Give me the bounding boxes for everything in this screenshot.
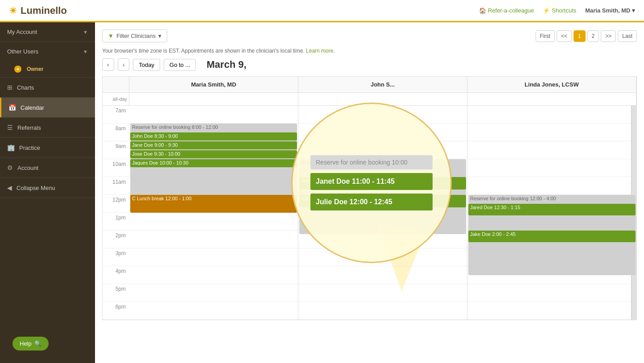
calendar-body: 7am 8am 9am 10am 11am 12pm 1pm 2pm 3pm 4… <box>103 106 636 320</box>
sidebar: My Account ▼ Other Users ▼ ★ Owner ⊞ Cha <box>0 22 95 363</box>
refer-link[interactable]: 🏠 Refer-a-colleague <box>479 7 534 14</box>
grid-icon: ⊞ <box>7 84 12 91</box>
prev-button[interactable]: << <box>557 30 572 42</box>
header-col1: Maria Smith, MD <box>129 77 298 92</box>
sidebar-item-my-account[interactable]: My Account ▼ <box>0 22 95 41</box>
time-11am: 11am <box>103 177 129 195</box>
sidebar-item-other-users[interactable]: Other Users ▼ <box>0 42 95 61</box>
time-7am: 7am <box>103 106 129 124</box>
owner-label: Owner <box>27 66 43 72</box>
event-julie-doe[interactable]: Julie Doe 12:00 - 12:45 <box>299 195 466 207</box>
user-menu[interactable]: Maria Smith, MD ▾ <box>585 7 635 14</box>
sidebar-section-charts: ⊞ Charts <box>0 78 95 98</box>
time-12pm: 12pm <box>103 195 129 213</box>
learn-more-link[interactable]: Learn more. <box>306 48 335 54</box>
time-8am: 8am <box>103 124 129 141</box>
sidebar-item-calendar[interactable]: 📅 Calendar <box>0 98 95 117</box>
owner-badge: ★ <box>14 66 21 73</box>
col-maria-smith: Reserve for online booking 8:00 - 12:00 … <box>129 106 298 320</box>
page1-button[interactable]: 1 <box>574 30 586 42</box>
calendar-icon: 📅 <box>8 104 16 111</box>
today-button[interactable]: Today <box>133 59 160 71</box>
allday-cell-1 <box>129 93 298 105</box>
allday-cell-3 <box>467 93 636 105</box>
event-jane-doe[interactable]: Jane Doe 9:00 - 9:30 <box>130 141 297 149</box>
allday-cell-2 <box>298 93 467 105</box>
sidebar-bottom: Help 🔍 <box>0 324 95 363</box>
sidebar-item-charts[interactable]: ⊞ Charts <box>0 78 95 97</box>
filter-icon: ▼ <box>108 33 114 39</box>
time-1pm: 1pm <box>103 213 129 231</box>
building-icon: 🏢 <box>7 144 15 151</box>
next-date-button[interactable]: › <box>118 58 130 71</box>
collapse-label: Collapse Menu <box>17 185 55 191</box>
sun-icon: ☀ <box>9 5 17 16</box>
my-account-label: My Account <box>7 29 37 35</box>
sidebar-item-collapse[interactable]: ◀ Collapse Menu <box>0 178 95 198</box>
prev-date-button[interactable]: ‹ <box>102 58 114 71</box>
collapse-icon: ◀ <box>7 184 12 191</box>
time-9am: 9am <box>103 141 129 159</box>
event-john-doe[interactable]: John Doe 8:30 - 9:00 <box>130 132 297 140</box>
other-users-label: Other Users <box>7 48 38 55</box>
practice-label: Practice <box>19 144 40 151</box>
header-col3: Linda Jones, LCSW <box>467 77 636 92</box>
logo-text: Luminello <box>21 5 67 16</box>
sidebar-section-collapse: ◀ Collapse Menu <box>0 178 95 198</box>
chevron-icon-2: ▼ <box>83 49 88 54</box>
toolbar-left: ▼ Filter Clinicians ▾ <box>102 29 167 42</box>
referrals-label: Referrals <box>17 124 41 131</box>
search-icon: 🔍 <box>34 340 41 347</box>
last-button[interactable]: Last <box>618 30 637 42</box>
time-4pm: 4pm <box>103 266 129 284</box>
time-3pm: 3pm <box>103 248 129 266</box>
allday-row: all-day <box>103 93 636 106</box>
event-jaques-doe[interactable]: Jaques Doe 10:00 - 10:30 <box>130 159 297 167</box>
help-button[interactable]: Help 🔍 <box>12 337 49 351</box>
sidebar-item-referrals[interactable]: ☰ Referrals <box>0 118 95 137</box>
event-jose-doe[interactable]: Jose Doe 9:30 - 10:00 <box>130 150 297 158</box>
list-icon: ☰ <box>7 124 13 131</box>
allday-label: all-day <box>103 93 129 105</box>
time-10am: 10am <box>103 159 129 177</box>
calendar-grid: Maria Smith, MD John S... Linda Jones, L… <box>102 76 637 320</box>
event-janet-doe[interactable]: Janet Doe 11:00 - 11:45 <box>299 177 466 190</box>
filter-clinicians-button[interactable]: ▼ Filter Clinicians ▾ <box>102 29 167 42</box>
timezone-notice: Your browser's time zone is EST. Appoint… <box>102 48 637 54</box>
goto-button[interactable]: Go to ... <box>164 59 196 71</box>
top-right-links: 🏠 Refer-a-colleague ⚡ Shortcuts Maria Sm… <box>479 7 635 14</box>
help-label: Help <box>20 340 32 347</box>
nav-controls: ‹ › Today Go to ... March 9, <box>102 58 637 71</box>
shortcuts-link[interactable]: ⚡ Shortcuts <box>543 7 576 14</box>
content-area: ▼ Filter Clinicians ▾ First << 1 2 >> La… <box>95 22 644 363</box>
account-label: Account <box>17 165 38 171</box>
sidebar-item-practice[interactable]: 🏢 Practice <box>0 138 95 157</box>
calendar-label: Calendar <box>21 104 44 111</box>
first-button[interactable]: First <box>536 30 555 42</box>
home-icon: 🏠 <box>479 7 486 14</box>
time-5pm: 5pm <box>103 284 129 302</box>
chevron-icon: ▼ <box>83 29 88 35</box>
calendar-header: Maria Smith, MD John S... Linda Jones, L… <box>103 77 636 93</box>
next-button[interactable]: >> <box>601 30 616 42</box>
header-time <box>103 77 129 92</box>
date-display: March 9, <box>206 59 246 70</box>
charts-label: Charts <box>17 84 34 91</box>
event-jake-doe[interactable]: Jake Doe 2:00 - 2:45 <box>468 231 636 242</box>
sidebar-section-account2: ⚙ Account <box>0 158 95 178</box>
bolt-icon: ⚡ <box>543 7 550 14</box>
sidebar-item-owner[interactable]: ★ Owner <box>0 61 95 77</box>
toolbar-right: First << 1 2 >> Last <box>536 30 637 42</box>
sidebar-section-referrals: ☰ Referrals <box>0 118 95 138</box>
sidebar-item-account[interactable]: ⚙ Account <box>0 158 95 177</box>
logo: ☀ Luminello <box>9 5 67 16</box>
col-john-s: Reserve for online booking 10:00 - 2:00 … <box>298 106 467 320</box>
dropdown-arrow-icon: ▾ <box>158 33 161 39</box>
topbar: ☀ Luminello 🏠 Refer-a-colleague ⚡ Shortc… <box>0 0 644 22</box>
sidebar-section-account: My Account ▼ <box>0 22 95 42</box>
event-lunch-break[interactable]: C Lunch break 12:00 - 1:00 <box>130 195 297 213</box>
page2-button[interactable]: 2 <box>587 30 599 42</box>
sidebar-section-practice: 🏢 Practice <box>0 138 95 158</box>
event-jared-doe[interactable]: Jared Doe 12:30 - 1:15 <box>468 204 636 215</box>
time-column: 7am 8am 9am 10am 11am 12pm 1pm 2pm 3pm 4… <box>103 106 129 320</box>
